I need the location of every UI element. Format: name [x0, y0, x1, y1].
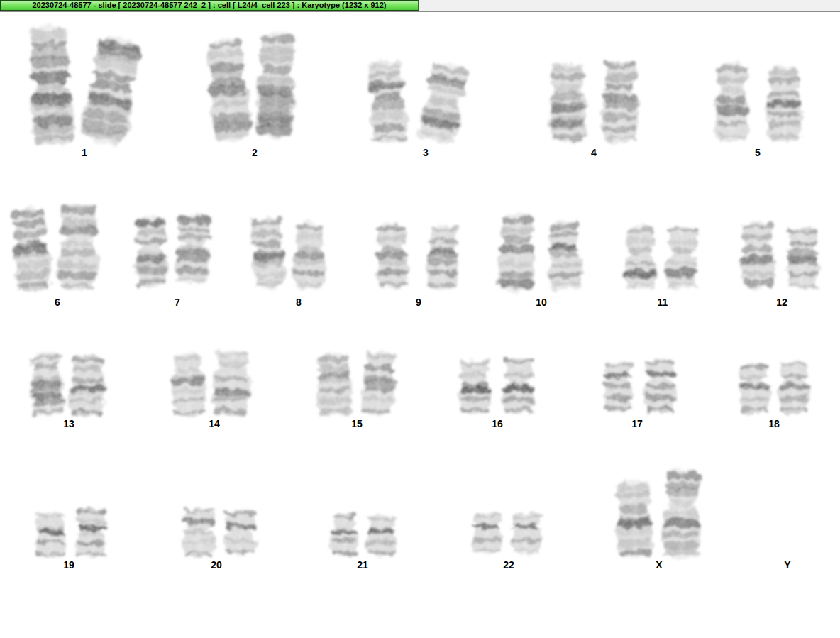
label-4: 4: [591, 147, 597, 158]
chromosome-14-b[interactable]: [200, 340, 262, 427]
label-11: 11: [658, 297, 668, 308]
chromosome-21-b[interactable]: [354, 505, 409, 568]
label-17: 17: [631, 418, 643, 429]
label-18: 18: [768, 418, 780, 429]
chromosome-19-b[interactable]: [62, 497, 118, 569]
label-2: 2: [252, 147, 258, 158]
chromosome-6-b[interactable]: [45, 194, 111, 302]
label-3: 3: [423, 147, 429, 158]
label-8: 8: [296, 297, 302, 308]
label-14: 14: [209, 418, 220, 429]
label-1: 1: [82, 147, 87, 158]
chromosome-11-b[interactable]: [653, 216, 710, 299]
label-20: 20: [211, 559, 222, 571]
label-y: Y: [784, 559, 790, 571]
karyotype-canvas: 12345678910111213141516171819202122XY: [0, 0, 840, 638]
label-6: 6: [55, 297, 60, 308]
chromosome-18-b[interactable]: [767, 350, 822, 423]
label-13: 13: [63, 418, 74, 429]
chromosome-8-b[interactable]: [281, 211, 338, 301]
chromosome-15-b[interactable]: [348, 339, 409, 427]
label-9: 9: [416, 297, 421, 308]
karyotype-window: 20230724-48577 - slide [ 20230724-48577 …: [0, 0, 840, 638]
label-21: 21: [357, 559, 368, 571]
chromosome-20-b[interactable]: [210, 499, 269, 568]
label-15: 15: [351, 418, 363, 429]
chromosome-5-a[interactable]: [703, 52, 761, 152]
chromosome-x-b[interactable]: [651, 458, 714, 569]
chromosome-13-b[interactable]: [57, 344, 118, 427]
label-7: 7: [175, 297, 180, 308]
label-x: X: [656, 559, 662, 571]
label-12: 12: [776, 297, 788, 308]
chromosome-5-b[interactable]: [753, 55, 815, 153]
chromosome-12-b[interactable]: [774, 216, 831, 299]
chromosome-17-b[interactable]: [632, 348, 687, 423]
chromosome-10-b[interactable]: [535, 209, 595, 301]
chromosome-9-b[interactable]: [414, 214, 471, 301]
chromosome-9-a[interactable]: [363, 212, 420, 301]
chromosome-16-b[interactable]: [490, 347, 547, 424]
label-16: 16: [492, 418, 503, 429]
label-10: 10: [536, 297, 547, 308]
chromosome-2-b[interactable]: [243, 21, 309, 150]
chromosome-22-b[interactable]: [499, 504, 553, 565]
label-19: 19: [63, 559, 74, 571]
chromosome-4-b[interactable]: [590, 50, 651, 153]
label-22: 22: [503, 559, 514, 571]
label-5: 5: [755, 147, 761, 158]
chromosome-7-b[interactable]: [163, 202, 223, 297]
